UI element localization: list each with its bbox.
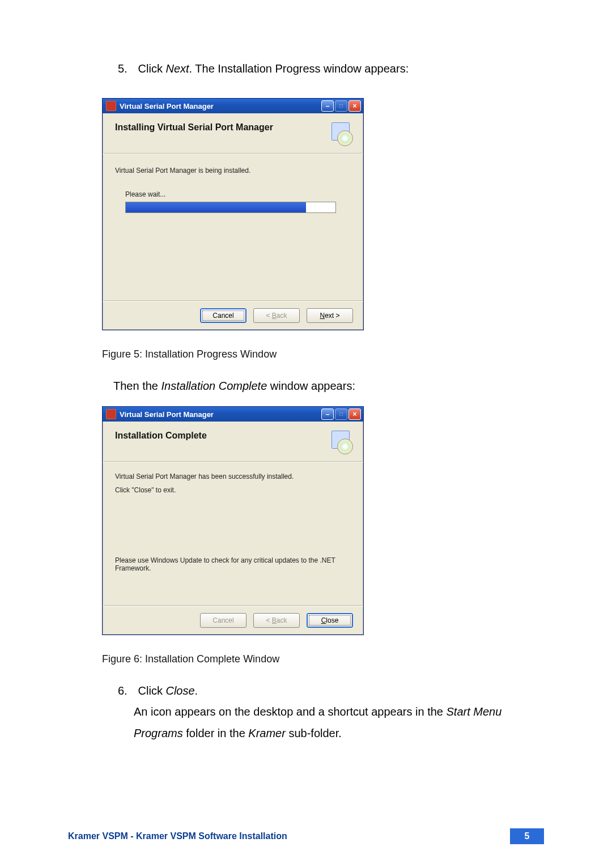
window-title: Virtual Serial Port Manager xyxy=(120,102,321,110)
install-message: Virtual Serial Port Manager is being ins… xyxy=(115,167,351,175)
closing-italic3: Kramer xyxy=(248,727,286,739)
framework-note: Please use Windows Update to check for a… xyxy=(115,556,351,572)
transition-prefix: Then the xyxy=(113,380,162,392)
step-5-instruction: 5. Click Next. The Installation Progress… xyxy=(118,62,510,75)
back-label: < Back xyxy=(266,312,287,320)
closing-part4: sub-folder. xyxy=(286,727,342,739)
closing-paragraph: An icon appears on the desktop and a sho… xyxy=(134,701,510,744)
step-text-prefix: Click xyxy=(138,62,166,75)
dialog-header: Installation Complete xyxy=(103,422,363,461)
dialog-buttons: Cancel < Back Next > xyxy=(103,301,363,330)
close-button[interactable]: Close xyxy=(307,613,353,628)
footer-text: Kramer VSPM - Kramer VSPM Software Insta… xyxy=(68,831,510,841)
step-action-word: Close xyxy=(165,684,194,697)
closing-italic1: Start Menu xyxy=(446,705,502,718)
minimize-icon: – xyxy=(326,411,330,418)
figure-5-caption: Figure 5: Installation Progress Window xyxy=(102,348,510,360)
maximize-icon: □ xyxy=(339,411,343,417)
window-control-buttons: – □ × xyxy=(321,100,361,112)
step-number: 6. xyxy=(118,684,135,697)
step-text-suffix: . xyxy=(195,684,198,697)
titlebar[interactable]: Virtual Serial Port Manager – □ × xyxy=(103,407,363,422)
transition-text: Then the Installation Complete window ap… xyxy=(113,380,510,393)
back-button: < Back xyxy=(253,613,300,628)
minimize-button[interactable]: – xyxy=(321,409,334,420)
cancel-button: Cancel xyxy=(200,613,246,628)
page-footer: Kramer VSPM - Kramer VSPM Software Insta… xyxy=(0,828,612,844)
document-page: 5. Click Next. The Installation Progress… xyxy=(0,0,612,868)
window-title: Virtual Serial Port Manager xyxy=(120,410,321,419)
next-label: Next > xyxy=(320,312,339,320)
cancel-button[interactable]: Cancel xyxy=(200,308,246,323)
closing-part3: folder in the xyxy=(183,727,249,739)
dialog-body: Virtual Serial Port Manager has been suc… xyxy=(103,462,363,605)
transition-italic: Installation Complete xyxy=(162,380,267,392)
dialog-header: Installing Virtual Serial Port Manager xyxy=(103,113,363,153)
progress-bar xyxy=(125,202,336,213)
maximize-button: □ xyxy=(335,100,347,112)
close-window-button[interactable]: × xyxy=(348,100,361,112)
back-label: < Back xyxy=(266,616,287,624)
close-icon: × xyxy=(352,411,356,418)
dialog-heading: Installing Virtual Serial Port Manager xyxy=(115,122,329,133)
success-message: Virtual Serial Port Manager has been suc… xyxy=(115,473,351,480)
transition-suffix: window appears: xyxy=(267,380,355,392)
figure-6-caption: Figure 6: Installation Complete Window xyxy=(102,653,510,665)
step-number: 5. xyxy=(118,62,135,75)
step-text-suffix: . The Installation Progress window appea… xyxy=(189,62,409,75)
dialog-body: Virtual Serial Port Manager is being ins… xyxy=(103,154,363,300)
closing-part1: An icon appears on the desktop and a sho… xyxy=(134,705,446,718)
closing-italic2: Programs xyxy=(134,727,183,739)
minimize-button[interactable]: – xyxy=(321,100,334,112)
back-button: < Back xyxy=(253,308,300,323)
installation-complete-dialog: Virtual Serial Port Manager – □ × Instal… xyxy=(102,406,364,635)
minimize-icon: – xyxy=(326,103,330,109)
page-number-badge: 5 xyxy=(510,828,544,844)
step-action-word: Next xyxy=(165,62,189,75)
cancel-label: Cancel xyxy=(212,312,233,320)
progress-label: Please wait... xyxy=(125,190,351,198)
window-control-buttons: – □ × xyxy=(321,409,361,420)
dialog-buttons: Cancel < Back Close xyxy=(103,606,363,635)
titlebar[interactable]: Virtual Serial Port Manager – □ × xyxy=(103,99,363,113)
installer-disc-icon xyxy=(329,431,353,454)
next-button[interactable]: Next > xyxy=(307,308,353,323)
dialog-heading: Installation Complete xyxy=(115,431,329,441)
app-icon xyxy=(106,101,116,111)
installer-disc-icon xyxy=(329,122,353,146)
app-icon xyxy=(106,409,116,419)
close-instruction: Click "Close" to exit. xyxy=(115,486,351,494)
cancel-label: Cancel xyxy=(212,616,233,624)
maximize-button: □ xyxy=(335,409,347,420)
maximize-icon: □ xyxy=(339,103,343,109)
installer-progress-dialog: Virtual Serial Port Manager – □ × Instal… xyxy=(102,98,364,330)
step-6-instruction: 6. Click Close. xyxy=(118,684,510,697)
close-icon: × xyxy=(352,103,356,109)
progress-fill xyxy=(126,202,306,212)
close-window-button[interactable]: × xyxy=(348,409,361,420)
close-label: Close xyxy=(321,616,339,624)
step-text-prefix: Click xyxy=(138,684,166,697)
